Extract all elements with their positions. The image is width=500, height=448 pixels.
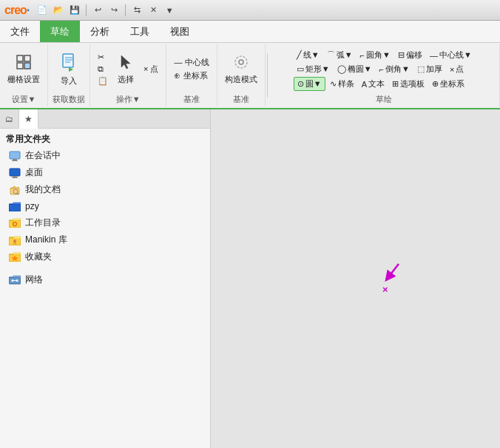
chamfer-label: 倒角▼: [385, 64, 410, 75]
canvas-area[interactable]: ×: [211, 109, 500, 448]
left-panel: 🗂 ★ 常用文件夹 在会话中 桌面: [0, 109, 211, 448]
session-label: 在会话中: [25, 149, 61, 162]
redo-button[interactable]: ↪: [107, 3, 121, 18]
rectangle-label: 矩形▼: [305, 64, 330, 75]
rectangle-button[interactable]: ▭ 矩形▼: [294, 63, 333, 75]
chamfer-button[interactable]: ⌐ 倒角▼: [376, 63, 413, 75]
new-button[interactable]: 📄: [35, 3, 50, 18]
paste-button[interactable]: 📋: [95, 75, 111, 86]
fillet-button[interactable]: ⌐ 圆角▼: [357, 49, 393, 61]
grid-settings-label: 栅格设置: [7, 74, 40, 85]
select-button[interactable]: 选择: [112, 52, 139, 86]
file-item-mydocs[interactable]: 我的文档: [0, 181, 210, 198]
point-sketch-button[interactable]: × 点: [447, 63, 467, 75]
mydocs-icon: [9, 184, 21, 196]
file-item-network[interactable]: 网络: [0, 271, 210, 288]
coord-sketch-button[interactable]: ⊕ 坐标系: [429, 78, 467, 90]
select-label: 选择: [118, 74, 134, 85]
svg-marker-9: [121, 55, 130, 69]
offset-label: 偏移: [406, 50, 422, 61]
import-icon: [61, 52, 77, 74]
network-icon: [9, 274, 21, 286]
point-button[interactable]: × 点: [141, 63, 161, 75]
coord-sketch-label: 坐标系: [440, 78, 464, 89]
svg-rect-0: [17, 55, 23, 61]
point-icon: × 点: [143, 64, 158, 75]
line-button[interactable]: ╱ 线▼: [294, 49, 322, 61]
ellipse-icon: ◯: [337, 64, 346, 74]
file-item-desktop[interactable]: 桌面: [0, 164, 210, 181]
point-sketch-label: 点: [456, 64, 464, 75]
menu-file[interactable]: 文件: [0, 21, 40, 42]
svg-rect-17: [12, 177, 18, 178]
svg-rect-15: [10, 169, 20, 176]
cut-button[interactable]: ✂: [95, 52, 111, 63]
copy-button[interactable]: ⧉: [95, 64, 111, 75]
ribbon: 栅格设置 设置▼ 导入 获取数据: [0, 43, 500, 109]
palette-icon: ⊞: [392, 79, 399, 89]
line-label: 线▼: [303, 50, 320, 61]
arc-icon: ⌒: [327, 50, 335, 61]
ribbon-group-construction: 构造模式 基准: [217, 44, 266, 106]
center-line-sketch-button[interactable]: — 中心线▼: [427, 49, 475, 61]
menu-view[interactable]: 视图: [160, 21, 200, 42]
open-button[interactable]: 📂: [51, 3, 66, 18]
palette-button[interactable]: ⊞ 选项板: [389, 78, 428, 90]
construction-mode-button[interactable]: 构造模式: [222, 52, 260, 86]
spline-button[interactable]: ∿ 样条: [327, 78, 357, 90]
menu-sketch[interactable]: 草绘: [40, 21, 80, 42]
file-item-session[interactable]: 在会话中: [0, 147, 210, 164]
center-line-button[interactable]: — 中心线: [171, 56, 212, 69]
setup-content: 栅格设置: [4, 46, 43, 92]
dropdown-button[interactable]: ▼: [162, 3, 177, 18]
text-button[interactable]: A 文本: [359, 78, 388, 90]
ribbon-group-operations: ✂ ⧉ 📋 选择 × 点: [90, 44, 166, 106]
thicken-label: 加厚: [426, 64, 442, 75]
thicken-button[interactable]: ⬚ 加厚: [414, 63, 445, 75]
panel-tab-star[interactable]: ★: [19, 109, 38, 129]
svg-rect-16: [13, 176, 17, 177]
construction-group-label: 基准: [233, 92, 249, 105]
grid-settings-button[interactable]: 栅格设置: [4, 52, 43, 86]
favorites-icon: [9, 251, 21, 263]
panel-tab-folder[interactable]: 🗂: [0, 109, 19, 129]
undo-button[interactable]: ↩: [90, 3, 105, 18]
file-item-favorites[interactable]: 收藏夹: [0, 248, 210, 265]
file-item-workdir[interactable]: 工作目录: [0, 214, 210, 231]
center-line-icon: — 中心线: [174, 57, 209, 68]
file-item-manikin[interactable]: Manikin 库: [0, 231, 210, 248]
ribbon-group-sketch: ╱ 线▼ ⌒ 弧▼ ⌐ 圆角▼ ⊟ 偏移 — 中心线▼: [269, 44, 500, 106]
coord-button[interactable]: ⊕ 坐标系: [171, 69, 212, 82]
app-logo: creo·: [4, 4, 29, 17]
ops-col2: × 点: [141, 63, 161, 75]
thicken-icon: ⬚: [417, 64, 425, 74]
base-content: — 中心线 ⊕ 坐标系: [171, 46, 212, 92]
separator-1: [86, 4, 87, 16]
network-label: 网络: [25, 274, 43, 286]
mirror-button[interactable]: ⇆: [129, 3, 144, 18]
menu-analysis[interactable]: 分析: [80, 21, 120, 42]
circle-button[interactable]: ⊙ 圆▼: [294, 77, 325, 91]
close-x-button[interactable]: ✕: [146, 3, 161, 18]
import-content: 导入: [55, 46, 82, 92]
construction-content: 构造模式: [222, 46, 260, 92]
fillet-label: 圆角▼: [366, 50, 391, 61]
coord-icon: ⊕ 坐标系: [174, 70, 207, 81]
save-button[interactable]: 💾: [67, 3, 82, 18]
center-line-sketch-label: 中心线▼: [439, 50, 472, 61]
center-line-sketch-icon: —: [430, 51, 438, 60]
sketch-row-3: ⊙ 圆▼ ∿ 样条 A 文本 ⊞ 选项板 ⊕ 坐标系: [294, 77, 475, 91]
offset-button[interactable]: ⊟ 偏移: [395, 49, 425, 61]
coord-sketch-icon: ⊕: [432, 79, 439, 89]
ellipse-button[interactable]: ◯ 椭圆▼: [334, 63, 375, 75]
text-label: 文本: [368, 78, 385, 89]
construction-label: 构造模式: [225, 74, 257, 85]
import-button[interactable]: 导入: [55, 51, 82, 88]
workdir-icon: [9, 217, 21, 229]
menu-tools[interactable]: 工具: [120, 21, 160, 42]
import-label: 导入: [61, 75, 77, 86]
arc-button[interactable]: ⌒ 弧▼: [324, 49, 356, 61]
ellipse-label: 椭圆▼: [348, 64, 372, 75]
import-group-label: 获取数据: [53, 92, 85, 105]
file-item-pzy[interactable]: pzy: [0, 198, 210, 214]
